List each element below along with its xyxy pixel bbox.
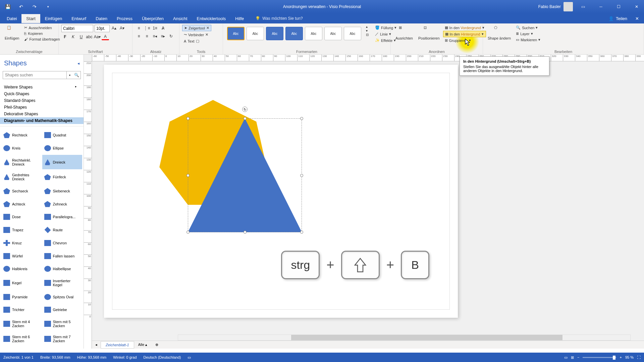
sel-handle[interactable] [244, 231, 247, 234]
close-button[interactable]: ✕ [629, 0, 644, 13]
tab-daten[interactable]: Daten [91, 14, 112, 23]
zoom-level[interactable]: 95 % [625, 355, 634, 359]
shape-item[interactable]: Rechteck [1, 129, 42, 141]
bullets-button[interactable]: ⋮≡ [143, 25, 151, 32]
tab-ansicht[interactable]: Ansicht [168, 14, 192, 23]
sheets-all[interactable]: Alle ▴ [134, 341, 151, 348]
shape-item[interactable]: Chevron [42, 237, 83, 249]
increase-font-button[interactable]: A▴ [110, 25, 118, 32]
shape-item[interactable]: Stern mit 6 Zacken [1, 331, 42, 346]
status-record[interactable]: ▭ [187, 355, 191, 360]
decrease-font-button[interactable]: A▾ [118, 25, 126, 32]
style-item[interactable]: Abc [305, 27, 322, 40]
sheet-tab[interactable]: Zeichenblatt-1 [101, 341, 134, 349]
rotate-text-button[interactable]: ↻ [167, 33, 175, 40]
shape-item[interactable]: Fünfeck [42, 170, 83, 184]
sel-handle[interactable] [300, 174, 303, 177]
align-center-button[interactable]: ≡ [143, 33, 151, 40]
shape-item[interactable]: Siebeneck [42, 185, 83, 197]
cut-button[interactable]: ✂ Ausschneiden [22, 25, 61, 31]
shape-item[interactable]: Kegel [1, 276, 42, 290]
status-lang[interactable]: Deutsch (Deutschland) [144, 355, 181, 359]
shape-cat[interactable]: Pfeil-Shapes [0, 104, 84, 111]
style-item[interactable]: Abc [344, 27, 361, 40]
shape-item[interactable]: Rechtwinkl. Dreieck [1, 155, 42, 169]
shape-item[interactable]: Parallelogra... [42, 211, 83, 223]
view-presentation-button[interactable]: ▭ [564, 355, 568, 360]
layer-button[interactable]: ≣ Layer ▾ [514, 31, 542, 37]
format-painter-button[interactable]: 🖌 Format übertragen [22, 37, 61, 42]
group-button[interactable]: ⊞ Gruppieren ▾ [443, 38, 486, 43]
undo-button[interactable]: ↶ [16, 2, 26, 12]
bold-button[interactable]: F [61, 34, 69, 40]
copy-button[interactable]: ⎘ Kopieren [22, 31, 61, 36]
sel-handle[interactable] [244, 117, 247, 120]
shape-cat[interactable]: Quick-Shapes [0, 90, 84, 97]
send-back-button[interactable]: ▦ In den Hintergrund ▾ [443, 31, 486, 37]
shape-item[interactable]: Zehneck [42, 198, 83, 210]
tab-einfuegen[interactable]: Einfügen [40, 14, 67, 23]
tab-prozess[interactable]: Prozess [112, 14, 137, 23]
shape-cat-active[interactable]: Diagramm- und Mathematik-Shapes [0, 117, 84, 124]
tab-entwurf[interactable]: Entwurf [67, 14, 91, 23]
minimize-button[interactable]: ─ [593, 0, 608, 13]
tellme-search[interactable]: 💡 Was möchten Sie tun? [255, 16, 303, 21]
shape-item[interactable]: Gedrehtes Dreieck [1, 170, 42, 184]
shape-item[interactable]: Fallen lassen [42, 250, 83, 262]
sel-handle[interactable] [300, 231, 303, 234]
italic-button[interactable]: K [69, 34, 77, 40]
shape-item[interactable]: Trichter [1, 304, 42, 316]
shape-item[interactable]: Spitzes Oval [42, 291, 83, 303]
add-sheet-button[interactable]: ⊕ [151, 341, 162, 348]
tab-datei[interactable]: Datei [2, 14, 21, 23]
sheet-nav-prev[interactable]: ◂ [92, 343, 101, 347]
font-size-select[interactable] [95, 25, 110, 32]
align-left-button[interactable]: ≡ [135, 33, 143, 40]
search-button[interactable]: 🔍 [73, 71, 81, 79]
clear-button[interactable]: A̷ [159, 25, 167, 32]
zoom-in-button[interactable]: + [620, 355, 622, 359]
gallery-up[interactable]: ▴ [366, 25, 369, 28]
scroll-thumb[interactable] [291, 335, 562, 340]
shape-item[interactable]: Trapez [1, 224, 42, 236]
find-button[interactable]: 🔍 Suchen ▾ [514, 25, 542, 31]
canvas-area[interactable]: -60-50-40-30-20-100102030405060708090100… [84, 55, 644, 349]
shape-item[interactable]: Würfel [1, 250, 42, 262]
drawing-page[interactable]: ↻ strg + [104, 65, 458, 318]
view-normal-button[interactable]: ⊞ [571, 355, 574, 360]
rotate-handle[interactable]: ↻ [242, 107, 248, 112]
align-top-button[interactable]: ≡ [135, 25, 143, 32]
shape-item[interactable]: Halbellipse [42, 263, 83, 275]
fit-window-button[interactable]: ⛶ [637, 355, 641, 359]
zoom-thumb[interactable] [613, 356, 615, 360]
position-button[interactable]: ⊡ Positionieren [416, 25, 442, 41]
zoom-out-button[interactable]: − [577, 355, 579, 359]
sel-handle[interactable] [186, 174, 190, 177]
connector-tool-button[interactable]: ⤳ Verbinder ✕ [182, 32, 210, 38]
tab-entwicklertools[interactable]: Entwicklertools [192, 14, 231, 23]
style-gallery[interactable]: Abc Abc Abc Abc Abc Abc Abc [226, 25, 363, 42]
paste-button[interactable]: 📋 Einfügen [3, 25, 21, 41]
sel-handle[interactable] [300, 117, 303, 120]
shape-item[interactable]: Kreis [1, 142, 42, 155]
style-item[interactable]: Abc [227, 27, 245, 40]
tab-hilfe[interactable]: Hilfe [230, 14, 249, 23]
underline-button[interactable]: U [77, 34, 85, 40]
strike-button[interactable]: abc [86, 34, 93, 40]
align-button[interactable]: ⊞ Ausrichten [393, 25, 415, 41]
style-item[interactable]: Abc [324, 27, 342, 40]
font-family-select[interactable] [61, 25, 93, 32]
horizontal-scrollbar[interactable] [178, 335, 631, 341]
select-button[interactable]: ▭ Markieren ▾ [514, 37, 542, 43]
qat-menu[interactable]: ▾ [43, 2, 53, 12]
search-input[interactable] [3, 71, 67, 79]
sel-handle[interactable] [186, 231, 190, 234]
shape-item[interactable]: Stern mit 5 Zacken [42, 317, 83, 331]
shape-item[interactable]: Kreuz [1, 237, 42, 249]
shape-item[interactable]: Dreieck [42, 155, 83, 169]
shape-item[interactable]: Quadrat [42, 129, 83, 141]
shape-item[interactable]: Halbkreis [1, 263, 42, 275]
pointer-tool-button[interactable]: ➤ Zeigertool ✕ [182, 25, 211, 31]
indent-dec-button[interactable]: ≡◂ [151, 33, 159, 40]
shape-item[interactable]: Stern mit 4 Zacken [1, 317, 42, 331]
